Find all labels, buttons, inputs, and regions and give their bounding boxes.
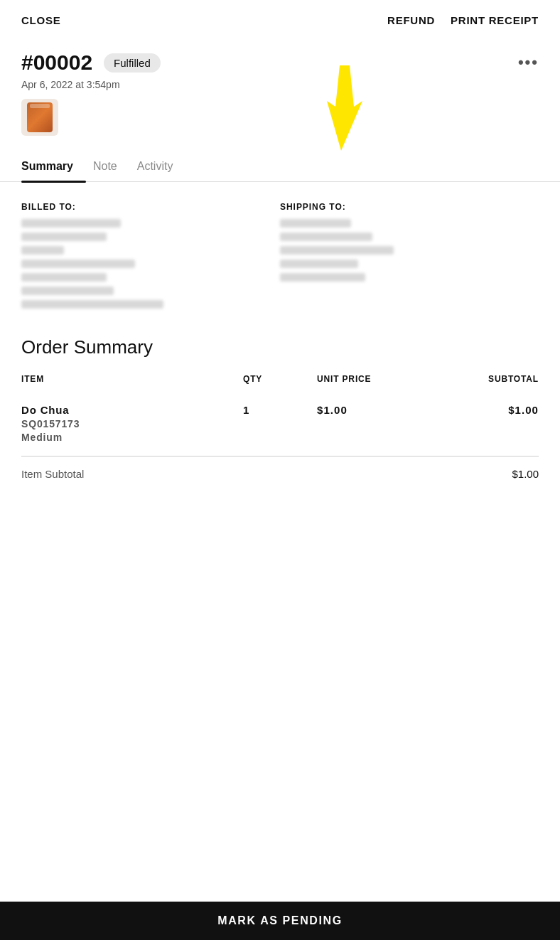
item-subtotal-row: Item Subtotal $1.00	[21, 456, 539, 486]
shipping-to-label: SHIPPING TO:	[280, 202, 539, 212]
blurred-city	[21, 260, 135, 268]
blurred-ship-name	[280, 219, 351, 228]
item-subtotal-value: $1.00	[512, 468, 539, 480]
blurred-country	[21, 287, 114, 295]
item-unit-price: $1.00	[317, 404, 428, 416]
item-qty: 1	[243, 404, 317, 416]
shipping-to-section: SHIPPING TO:	[280, 202, 539, 314]
col-header-unit-price: UNIT PRICE	[317, 374, 428, 384]
address-row: BILLED TO: SHIPPING TO:	[21, 202, 539, 314]
item-subtotal: $1.00	[428, 404, 539, 416]
status-badge: Fulfilled	[104, 53, 161, 73]
more-options-button[interactable]: •••	[518, 53, 539, 72]
blurred-ship-address2	[280, 246, 394, 255]
item-name: Do Chua	[21, 404, 243, 416]
item-sku: SQ0157173	[21, 418, 243, 429]
tab-note[interactable]: Note	[93, 153, 130, 181]
item-subtotal-label: Item Subtotal	[21, 468, 84, 480]
col-header-qty: QTY	[243, 374, 317, 384]
blurred-address1	[21, 233, 107, 241]
item-variant: Medium	[21, 432, 243, 443]
order-summary-title: Order Summary	[21, 336, 539, 358]
order-number: #00002	[21, 50, 92, 75]
blurred-ship-address1	[280, 233, 372, 241]
item-info: Do Chua SQ0157173 Medium	[21, 404, 243, 443]
order-header: #00002 Fulfilled ••• Apr 6, 2022 at 3:54…	[0, 38, 560, 153]
table-row: Do Chua SQ0157173 Medium 1 $1.00 $1.00	[21, 391, 539, 456]
top-nav: CLOSE REFUND PRINT RECEIPT	[0, 0, 560, 38]
top-nav-actions: REFUND PRINT RECEIPT	[387, 14, 539, 26]
refund-button[interactable]: REFUND	[387, 14, 435, 26]
blurred-email	[21, 300, 163, 309]
mark-as-pending-button[interactable]: MARK AS PENDING	[217, 914, 342, 927]
print-receipt-button[interactable]: PRINT RECEIPT	[451, 14, 539, 26]
blurred-name	[21, 219, 121, 228]
blurred-address2	[21, 246, 64, 255]
tab-summary[interactable]: Summary	[21, 153, 86, 181]
bottom-bar: MARK AS PENDING	[0, 902, 560, 940]
tabs-container: Summary Note Activity	[0, 153, 560, 182]
order-table-header: ITEM QTY UNIT PRICE SUBTOTAL	[21, 374, 539, 391]
blurred-ship-city	[280, 260, 358, 268]
main-content: BILLED TO: SHIPPING TO: Order Summary IT…	[0, 182, 560, 557]
order-summary-section: Order Summary ITEM QTY UNIT PRICE SUBTOT…	[21, 336, 539, 486]
blurred-ship-state	[280, 273, 365, 282]
tab-activity[interactable]: Activity	[137, 153, 186, 181]
product-thumbnail	[21, 99, 58, 136]
blurred-state	[21, 273, 107, 282]
col-header-item: ITEM	[21, 374, 243, 384]
billed-to-label: BILLED TO:	[21, 202, 280, 212]
order-date: Apr 6, 2022 at 3:54pm	[21, 79, 539, 90]
close-button[interactable]: CLOSE	[21, 14, 60, 26]
col-header-subtotal: SUBTOTAL	[428, 374, 539, 384]
billed-to-section: BILLED TO:	[21, 202, 280, 314]
